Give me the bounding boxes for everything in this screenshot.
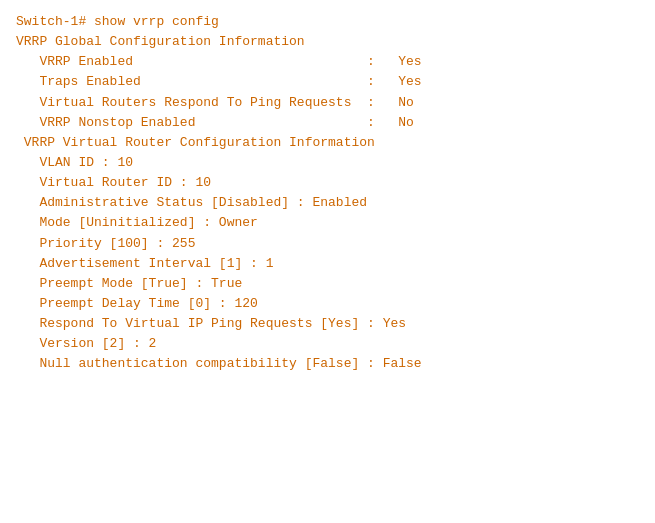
terminal-line-vlan-id: VLAN ID : 10 [16, 153, 639, 173]
terminal-line-traps-enabled: Traps Enabled : Yes [16, 72, 639, 92]
terminal-output: Switch-1# show vrrp configVRRP Global Co… [16, 12, 639, 523]
terminal-line-respond-ping: Respond To Virtual IP Ping Requests [Yes… [16, 314, 639, 334]
terminal-line-null-auth: Null authentication compatibility [False… [16, 354, 639, 374]
terminal-line-cmd: Switch-1# show vrrp config [16, 12, 639, 32]
terminal-line-nonstop-enabled: VRRP Nonstop Enabled : No [16, 113, 639, 133]
terminal-line-priority: Priority [100] : 255 [16, 234, 639, 254]
terminal-line-virtual-router-heading: VRRP Virtual Router Configuration Inform… [16, 133, 639, 153]
terminal-line-preempt-mode: Preempt Mode [True] : True [16, 274, 639, 294]
terminal-line-vrrp-enabled: VRRP Enabled : Yes [16, 52, 639, 72]
terminal-line-mode: Mode [Uninitialized] : Owner [16, 213, 639, 233]
terminal-line-preempt-delay: Preempt Delay Time [0] : 120 [16, 294, 639, 314]
terminal-line-global-heading: VRRP Global Configuration Information [16, 32, 639, 52]
terminal-line-version: Version [2] : 2 [16, 334, 639, 354]
terminal-line-admin-status: Administrative Status [Disabled] : Enabl… [16, 193, 639, 213]
terminal-line-virtual-routers-ping: Virtual Routers Respond To Ping Requests… [16, 93, 639, 113]
terminal-line-virtual-router-id: Virtual Router ID : 10 [16, 173, 639, 193]
terminal-line-advert-interval: Advertisement Interval [1] : 1 [16, 254, 639, 274]
